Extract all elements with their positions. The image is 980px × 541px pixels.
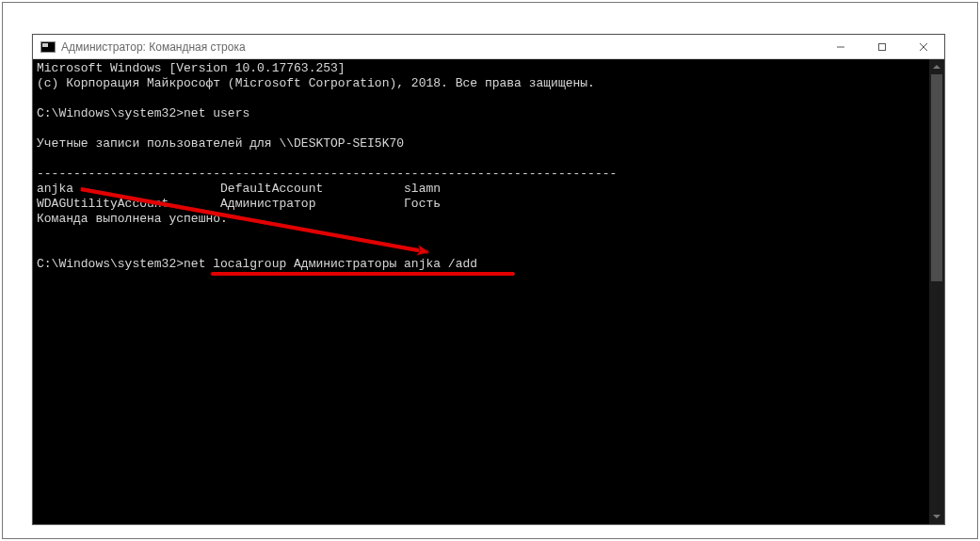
scroll-thumb[interactable] <box>931 74 942 281</box>
maximize-button[interactable] <box>861 35 903 58</box>
scroll-up-button[interactable] <box>929 59 944 74</box>
terminal-output[interactable]: Microsoft Windows [Version 10.0.17763.25… <box>33 59 929 524</box>
client-area: Microsoft Windows [Version 10.0.17763.25… <box>33 59 944 524</box>
vertical-scrollbar[interactable] <box>929 59 944 524</box>
close-button[interactable] <box>903 35 944 58</box>
cmd-window: Администратор: Командная строка Microsof… <box>32 34 945 525</box>
window-title: Администратор: Командная строка <box>61 40 246 54</box>
scroll-down-button[interactable] <box>929 509 944 524</box>
titlebar[interactable]: Администратор: Командная строка <box>33 35 944 59</box>
svg-rect-1 <box>879 43 886 50</box>
cmd-icon <box>40 41 56 53</box>
minimize-button[interactable] <box>820 35 861 58</box>
